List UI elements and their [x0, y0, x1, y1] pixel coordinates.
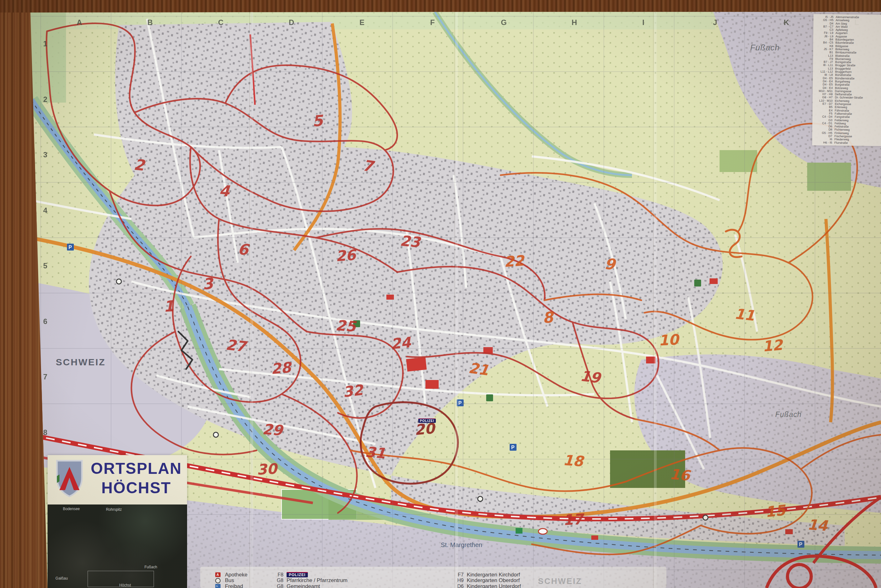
district-number-8: 8	[542, 308, 554, 327]
legend-item: H9Kindergarten Oberdorf	[453, 578, 520, 584]
grid-letter-F: F	[430, 18, 435, 27]
district-number-6: 6	[237, 240, 249, 259]
street-index-panel: I5 - J5AlemannenstraßeG5 - H5AmselwegD4A…	[812, 14, 881, 146]
grid-letter-A: A	[77, 18, 82, 27]
district-number-26: 26	[335, 246, 356, 265]
autobahn-sign	[516, 528, 522, 534]
district-number-19: 19	[579, 367, 601, 386]
legend-item: Bus	[215, 578, 234, 584]
grid-letter-E: E	[359, 18, 365, 27]
district-number-28: 28	[270, 359, 291, 377]
inset-label-rohrspitz: Rohrspitz	[106, 507, 122, 512]
district-number-20: 20	[414, 420, 435, 438]
photo-of-town-map: PPPP	[0, 0, 881, 588]
label-fussach-north: Fußach	[750, 43, 780, 52]
inset-label-gaißau: Gaißau	[56, 576, 68, 580]
grid-row-6: 6	[43, 317, 47, 326]
grid-row-3: 3	[43, 150, 47, 159]
district-number-30: 30	[257, 460, 278, 478]
legend-item: G8Pfarrkirche / Pfarrzentrum	[273, 578, 348, 584]
legend-label: Apotheke	[225, 572, 248, 578]
grid-row-8: 8	[43, 428, 47, 437]
label-schweiz-west: SCHWEIZ	[56, 357, 105, 368]
aerial-photo-inset: BodenseeRohrspitzFußachGaißauHöchst	[48, 504, 187, 588]
legend-label: Pfarrkirche / Pfarrzentrum	[287, 578, 348, 584]
title-panel: ORTSPLAN HÖCHST	[48, 455, 187, 504]
inset-label-bodensee: Bodensee	[63, 507, 80, 511]
district-number-29: 29	[262, 421, 283, 439]
map-title: ORTSPLAN HÖCHST	[91, 459, 182, 498]
legend-label: Kindergarten Kirchdorf	[467, 572, 520, 578]
grid-letter-G: G	[501, 18, 507, 27]
inset-label-höchst: Höchst	[119, 583, 131, 587]
grid-row-4: 4	[43, 206, 47, 215]
hoechst-coat-of-arms	[54, 459, 84, 498]
legend-label: Freibad	[225, 583, 243, 588]
district-number-9: 9	[604, 255, 616, 273]
legend-label: Bus	[225, 578, 234, 584]
grid-row-2: 2	[43, 95, 47, 104]
district-number-3: 3	[201, 274, 214, 293]
street-index-grid-ref: C4 - D4	[812, 115, 835, 118]
grid-letter-D: D	[289, 18, 294, 27]
district-number-23: 23	[399, 232, 421, 250]
district-number-18: 18	[563, 452, 584, 470]
district-number-4: 4	[219, 182, 230, 200]
grid-letter-B: B	[147, 18, 153, 27]
legend-strip	[200, 567, 666, 588]
legend-item: Apotheke	[215, 572, 248, 578]
polizei-badge: POLIZEI	[287, 572, 308, 578]
district-number-14: 14	[807, 516, 828, 534]
district-number-1: 1	[163, 297, 174, 315]
legend-label: Gemeindeamt	[287, 583, 320, 588]
district-number-22: 22	[503, 252, 525, 270]
legend-item: D6Kindergarten Unterdorf	[453, 583, 521, 588]
district-number-10: 10	[658, 331, 679, 349]
district-number-2: 2	[133, 156, 145, 174]
district-number-27: 27	[225, 336, 246, 355]
district-number-31: 31	[365, 443, 386, 462]
grid-letter-J: J	[713, 18, 717, 27]
svg-text:P: P	[799, 542, 803, 547]
legend-label: Kindergarten Oberdorf	[467, 578, 520, 584]
legend-item: Freibad	[215, 583, 243, 588]
district-number-21: 21	[468, 359, 490, 379]
street-index-grid-ref: H6 - I5	[812, 141, 834, 144]
district-number-15: 15	[764, 502, 786, 520]
legend-item: G8Gemeindeamt	[273, 583, 320, 588]
district-number-24: 24	[390, 334, 411, 352]
legend-item: F8POLIZEI	[273, 572, 308, 578]
grid-letter-K: K	[784, 18, 789, 27]
district-number-16: 16	[669, 465, 690, 484]
svg-text:P: P	[458, 400, 462, 406]
pool-icon	[215, 584, 221, 588]
legend-item: F7Kindergarten Kirchdorf	[453, 572, 520, 578]
legend-grid-ref: G8	[273, 578, 284, 583]
grid-row-7: 7	[43, 372, 47, 381]
grid-row-1: 1	[43, 39, 47, 48]
grid-row-5: 5	[43, 261, 47, 270]
district-number-25: 25	[335, 317, 356, 335]
district-number-12: 12	[762, 336, 783, 355]
svg-text:P: P	[69, 244, 72, 250]
inset-label-fußach: Fußach	[144, 565, 158, 569]
grid-letter-H: H	[572, 18, 577, 27]
street-index-name: Flurstraße	[834, 141, 881, 145]
district-number-5: 5	[312, 112, 324, 130]
label-fussach-east: Fußach	[775, 410, 801, 419]
district-number-32: 32	[342, 381, 364, 400]
district-number-11: 11	[734, 305, 755, 324]
route-13-sign	[539, 529, 547, 534]
grid-letter-C: C	[218, 18, 224, 27]
map-title-line1: ORTSPLAN	[91, 459, 182, 478]
legend-grid-ref: G8	[273, 584, 284, 588]
legend-label: Kindergarten Unterdorf	[467, 583, 521, 588]
grid-letter-I: I	[642, 18, 644, 27]
bus-icon	[215, 578, 221, 583]
svg-text:P: P	[511, 445, 515, 450]
legend-grid-ref: F8	[273, 572, 284, 578]
map-title-line2: HÖCHST	[101, 478, 182, 498]
district-number-17: 17	[563, 510, 584, 528]
legend-grid-ref: H9	[453, 578, 464, 583]
street-index-row: H6 - I5Flurstraße	[812, 141, 881, 145]
